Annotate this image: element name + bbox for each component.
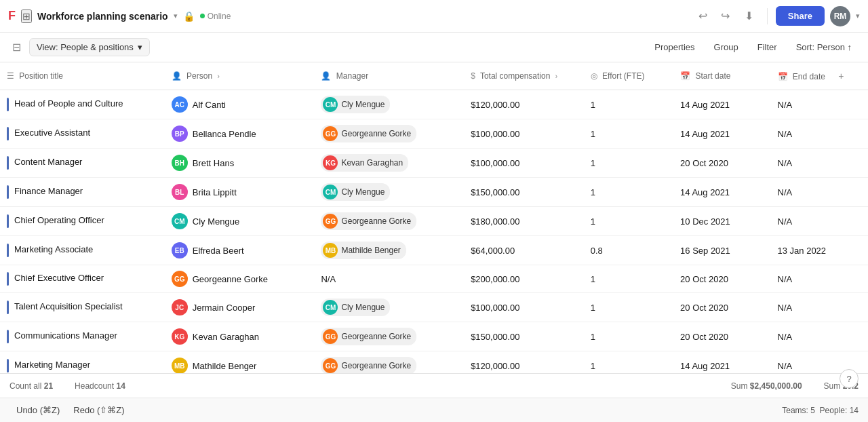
view-select[interactable]: View: People & positions ▾ <box>29 38 150 56</box>
position-value: Finance Manager <box>14 186 83 196</box>
col-header-end[interactable]: 📅 End date + <box>771 62 868 90</box>
people-count: People: 14 <box>820 406 859 415</box>
cell-position: Executive Assistant <box>0 119 165 149</box>
person-name: Mathilde Benger <box>193 361 257 371</box>
position-value: Head of People and Culture <box>14 98 123 109</box>
table-row[interactable]: Communications ManagerKGKevan GaraghanGG… <box>0 322 868 351</box>
statusbar: Undo (⌘Z) Redo (⇧⌘Z) Teams: 5 People: 14 <box>0 398 868 422</box>
col-header-position[interactable]: ☰ Position title <box>0 62 165 90</box>
table-row[interactable]: Marketing AssociateEBElfreda BeertMBMath… <box>0 236 868 265</box>
table-row[interactable]: Marketing ManagerMBMathilde BengerGGGeor… <box>0 351 868 374</box>
manager-col-icon: 👤 <box>321 71 331 81</box>
table-row[interactable]: Finance ManagerBLBrita LippittCMCly Meng… <box>0 178 868 207</box>
undo-status-button[interactable]: Undo (⌘Z) <box>9 402 66 419</box>
cell-end-date: N/A <box>771 293 868 322</box>
cell-compensation: $64,000.00 <box>464 236 584 265</box>
manager-avatar: CM <box>323 300 338 315</box>
cell-effort: 1 <box>584 207 673 236</box>
manager-chip: CMCly Mengue <box>321 299 390 316</box>
redo-button[interactable]: ↪ <box>717 7 734 25</box>
sidebar-toggle-button[interactable]: ⊟ <box>9 38 24 56</box>
table-row[interactable]: Content ManagerBHBrett HansKGKevan Garag… <box>0 149 868 178</box>
help-button[interactable]: ? <box>840 369 859 388</box>
online-status: Online <box>200 12 231 21</box>
position-value: Executive Assistant <box>14 128 90 138</box>
cell-manager: CMCly Mengue <box>314 293 464 322</box>
col-header-person[interactable]: 👤 Person › <box>165 62 315 90</box>
cell-person: MBMathilde Benger <box>165 351 315 374</box>
app-title: Workforce planning scenario <box>37 11 168 22</box>
sort-button[interactable]: Sort: Person ↑ <box>789 39 859 56</box>
compensation-col-arrow-icon: › <box>555 73 557 80</box>
table-row[interactable]: Head of People and CultureACAlf CantiCMC… <box>0 90 868 119</box>
view-dropdown-icon: ▾ <box>138 42 142 52</box>
person-name: Brita Lippitt <box>193 187 237 197</box>
avatar[interactable]: RM <box>830 6 850 26</box>
redo-status-button[interactable]: Redo (⇧⌘Z) <box>66 402 131 419</box>
cell-compensation: $200,000.00 <box>464 265 584 293</box>
cell-compensation: $150,000.00 <box>464 322 584 351</box>
download-button[interactable]: ⬇ <box>739 7 759 25</box>
manager-chip: KGKevan Garaghan <box>321 154 408 172</box>
cell-start-date: 20 Oct 2020 <box>673 265 770 293</box>
cell-position: Content Manager <box>0 149 165 178</box>
online-label: Online <box>208 12 231 21</box>
cell-effort: 0.8 <box>584 236 673 265</box>
manager-name: Mathilde Benger <box>341 246 400 255</box>
data-table-container: ☰ Position title 👤 Person › 👤 Manager $ … <box>0 62 868 373</box>
topbar-divider <box>767 8 768 24</box>
table-row[interactable]: Executive AssistantBPBellanca PendleGGGe… <box>0 119 868 149</box>
cell-effort: 1 <box>584 149 673 178</box>
manager-na: N/A <box>321 274 336 284</box>
cell-end-date: 13 Jan 2022 <box>771 236 868 265</box>
grid-icon[interactable]: ⊞ <box>21 9 32 23</box>
cell-compensation: $120,000.00 <box>464 90 584 119</box>
cell-effort: 1 <box>584 293 673 322</box>
cell-start-date: 20 Oct 2020 <box>673 293 770 322</box>
avatar-caret-icon[interactable]: ▾ <box>856 12 860 20</box>
filter-button[interactable]: Filter <box>751 39 784 56</box>
table-row[interactable]: Chief Operating OfficerCMCly MengueGGGeo… <box>0 207 868 236</box>
position-col-icon: ☰ <box>7 71 14 81</box>
manager-name: Georgeanne Gorke <box>341 361 411 370</box>
manager-name: Kevan Garaghan <box>341 158 403 168</box>
add-column-button[interactable]: + <box>833 68 849 84</box>
row-indicator <box>7 127 9 140</box>
cell-person: KGKevan Garaghan <box>165 322 315 351</box>
cell-compensation: $150,000.00 <box>464 178 584 207</box>
row-indicator <box>7 330 9 343</box>
table-row[interactable]: Talent Acquisition SpecialistJCJermain C… <box>0 293 868 322</box>
person-avatar: BL <box>172 184 188 200</box>
share-button[interactable]: Share <box>776 6 825 26</box>
cell-start-date: 10 Dec 2021 <box>673 207 770 236</box>
col-header-effort[interactable]: ◎ Effort (FTE) <box>584 62 673 90</box>
col-header-manager[interactable]: 👤 Manager <box>314 62 464 90</box>
sum-compensation: Sum $2,450,000.00 <box>731 381 802 391</box>
person-name: Georgeanne Gorke <box>193 274 268 284</box>
manager-chip: MBMathilde Benger <box>321 242 406 259</box>
cell-position: Chief Executive Officer <box>0 265 165 293</box>
person-name: Alf Canti <box>193 100 226 110</box>
col-header-start[interactable]: 📅 Start date <box>673 62 770 90</box>
col-header-compensation[interactable]: $ Total compensation › <box>464 62 584 90</box>
cell-start-date: 14 Aug 2021 <box>673 178 770 207</box>
manager-avatar: GG <box>323 214 338 229</box>
properties-button[interactable]: Properties <box>648 39 701 56</box>
group-button[interactable]: Group <box>707 39 745 56</box>
cell-effort: 1 <box>584 90 673 119</box>
cell-compensation: $100,000.00 <box>464 149 584 178</box>
undo-button[interactable]: ↩ <box>694 7 711 25</box>
title-dropdown-icon[interactable]: ▾ <box>174 12 178 20</box>
count-label: Count all 21 <box>9 381 53 391</box>
view-label: View: People & positions <box>37 42 134 52</box>
lock-icon[interactable]: 🔒 <box>183 11 195 22</box>
col-label-position: Position title <box>19 71 63 81</box>
cell-position: Communications Manager <box>0 322 165 351</box>
position-value: Marketing Manager <box>14 360 90 370</box>
cell-manager: MBMathilde Benger <box>314 236 464 265</box>
table-footer: Count all 21 Headcount 14 Sum $2,450,000… <box>0 373 868 398</box>
cell-manager: KGKevan Garaghan <box>314 149 464 178</box>
cell-end-date: N/A <box>771 178 868 207</box>
table-row[interactable]: Chief Executive OfficerGGGeorgeanne Gork… <box>0 265 868 293</box>
person-avatar: EB <box>172 242 188 258</box>
